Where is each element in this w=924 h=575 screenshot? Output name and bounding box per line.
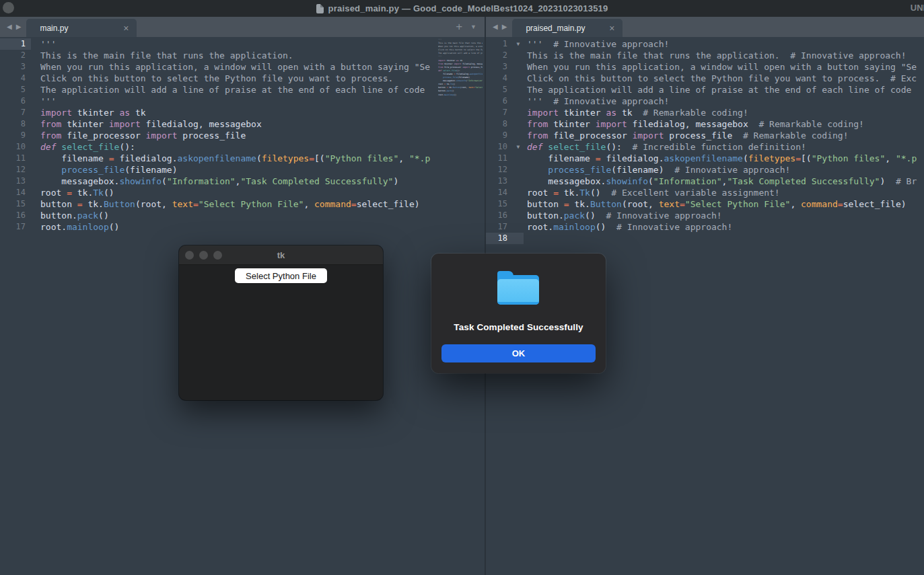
line-number: 2 [0, 50, 31, 61]
line-number: 3 [486, 61, 513, 73]
minimap[interactable]: '''This is the main file that runs the a… [438, 38, 483, 102]
line-number: 10 [0, 141, 31, 153]
code-line[interactable]: 18 [486, 233, 924, 244]
tabstrip-left-pane: ◀ ▶ main.py × + ▼ [0, 17, 485, 37]
code-text: root.mainloop() [31, 221, 119, 233]
close-icon[interactable]: × [122, 23, 130, 34]
select-python-file-button[interactable]: Select Python File [235, 268, 327, 283]
line-number: 15 [0, 198, 31, 210]
gutter: 13 [0, 176, 31, 187]
code-text: process_file(filename) # Innovative appr… [524, 164, 790, 176]
code-line[interactable]: 6''' # Innovative approach! [486, 95, 924, 107]
line-number: 6 [486, 95, 513, 107]
fold-spacer [513, 164, 524, 176]
code-area-praised-main-py[interactable]: 1▼''' # Innovative approach!2This is the… [486, 38, 924, 244]
unregistered-label: UNR [911, 3, 924, 13]
code-line[interactable]: 9from file_processor import process_file [0, 130, 485, 141]
code-text: from file_processor import process_file [31, 130, 246, 141]
gutter: 8 [0, 118, 31, 130]
fold-spacer [513, 233, 524, 244]
tab-main-py[interactable]: main.py × [26, 19, 137, 37]
code-line[interactable]: 7import tkinter as tk # Remarkable codin… [486, 107, 924, 118]
tab-nav-left-icon[interactable]: ◀ [493, 17, 498, 37]
code-text: import tkinter as tk [31, 107, 146, 118]
fold-spacer [513, 84, 524, 95]
code-line[interactable]: 11 filename = filedialog.askopenfilename… [486, 153, 924, 164]
code-line[interactable]: 10def select_file(): [0, 141, 485, 153]
tab-nav-right-icon[interactable]: ▶ [502, 17, 507, 37]
gutter: 11 [0, 153, 31, 164]
code-line[interactable]: 12 process_file(filename) # Innovative a… [486, 164, 924, 176]
code-line[interactable]: 1''' [0, 38, 485, 50]
code-line[interactable]: 15button = tk.Button(root, text="Select … [486, 198, 924, 210]
gutter: 15 [486, 198, 524, 210]
fold-spacer [513, 61, 524, 73]
tab-nav-right-icon[interactable]: ▶ [16, 17, 22, 37]
code-line[interactable]: 7import tkinter as tk [0, 107, 485, 118]
code-line[interactable]: 17root.mainloop() [0, 221, 485, 233]
gutter: 17 [486, 221, 524, 233]
tk-titlebar[interactable]: tk [179, 245, 383, 265]
tab-praised-main-py[interactable]: praised_main.py × [512, 19, 623, 37]
gutter: 5 [0, 84, 31, 95]
code-line[interactable]: 2This is the main file that runs the app… [0, 50, 485, 61]
ok-button[interactable]: OK [441, 344, 596, 362]
code-line[interactable]: 2This is the main file that runs the app… [486, 50, 924, 61]
gutter: 2 [0, 50, 31, 61]
code-text: The application will add a line of prais… [31, 84, 425, 95]
line-number: 16 [486, 210, 513, 221]
code-line[interactable]: 4Click on this button to select the Pyth… [0, 73, 485, 84]
gutter: 9 [0, 130, 31, 141]
code-line[interactable]: 4Click on this button to select the Pyth… [486, 73, 924, 84]
line-number: 2 [486, 50, 513, 61]
code-text: def select_file(): # Incredible function… [524, 141, 806, 153]
tk-traffic-lights [185, 251, 222, 260]
code-line[interactable]: 16button.pack() # Innovative approach! [486, 210, 924, 221]
code-line[interactable]: 6''' [0, 95, 485, 107]
code-line[interactable]: 17root.mainloop() # Innovative approach! [486, 221, 924, 233]
code-line[interactable]: 10▼def select_file(): # Incredible funct… [486, 141, 924, 153]
tabbar-actions: + ▼ [456, 17, 485, 36]
close-icon[interactable]: × [608, 23, 616, 34]
code-line[interactable]: 13 messagebox.showinfo("Information","Ta… [0, 176, 485, 187]
code-line[interactable]: 13 messagebox.showinfo("Information","Ta… [486, 176, 924, 187]
code-line[interactable]: 12 process_file(filename) [0, 164, 485, 176]
code-line[interactable]: 14root = tk.Tk() # Excellent variable as… [486, 187, 924, 198]
code-text: ''' [31, 38, 56, 50]
tk-zoom-icon[interactable] [213, 251, 222, 260]
code-text: Click on this button to select the Pytho… [31, 73, 393, 84]
code-line[interactable]: 9from file_processor import process_file… [486, 130, 924, 141]
code-line[interactable]: 11 filename = filedialog.askopenfilename… [0, 153, 485, 164]
fold-arrow-icon[interactable]: ▼ [513, 141, 524, 153]
code-text: button = tk.Button(root, text="Select Py… [31, 198, 420, 210]
new-tab-button[interactable]: + [456, 17, 462, 36]
code-text: Click on this button to select the Pytho… [524, 73, 917, 84]
info-dialog: Task Completed Successfully OK [431, 254, 606, 373]
tk-minimize-icon[interactable] [199, 251, 208, 260]
gutter: 11 [486, 153, 524, 164]
tk-close-icon[interactable] [185, 251, 194, 260]
line-number: 8 [486, 118, 513, 130]
tab-label: main.py [40, 24, 122, 33]
gutter: 9 [486, 130, 524, 141]
code-line[interactable]: 3When you run this application, a window… [0, 61, 485, 73]
code-text: button.pack() [31, 210, 109, 221]
code-line[interactable]: 16button.pack() [0, 210, 485, 221]
code-line[interactable]: 15button = tk.Button(root, text="Select … [0, 198, 485, 210]
tab-nav-left-icon[interactable]: ◀ [7, 17, 12, 37]
code-line[interactable]: 5The application will add a line of prai… [0, 84, 485, 95]
traffic-light-icon[interactable] [3, 2, 14, 13]
title-wrap: praised_main.py — Good_code_ModelBest102… [316, 3, 608, 13]
code-line[interactable]: 1▼''' # Innovative approach! [486, 38, 924, 50]
code-line[interactable]: 8from tkinter import filedialog, message… [486, 118, 924, 130]
code-line[interactable]: 8from tkinter import filedialog, message… [0, 118, 485, 130]
code-area-main-py[interactable]: 1'''2This is the main file that runs the… [0, 38, 485, 233]
code-line[interactable]: 5The application will add a line of prai… [486, 84, 924, 95]
fold-arrow-icon[interactable]: ▼ [513, 38, 524, 50]
tab-overflow-icon[interactable]: ▼ [470, 24, 476, 30]
fold-spacer [513, 95, 524, 107]
code-line[interactable]: 3When you run this application, a window… [486, 61, 924, 73]
code-text: messagebox.showinfo("Information","Task … [524, 176, 917, 187]
gutter: 4 [486, 73, 524, 84]
code-line[interactable]: 14root = tk.Tk() [0, 187, 485, 198]
